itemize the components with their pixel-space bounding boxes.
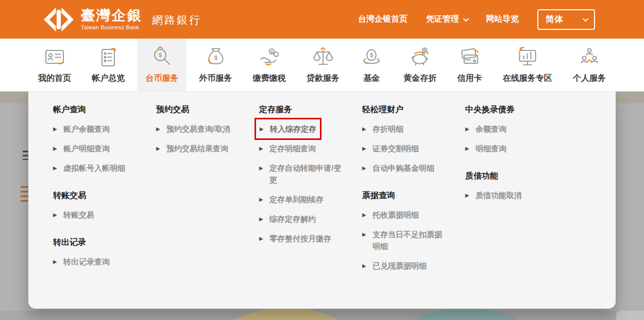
tab-online-services[interactable]: 在线服务专区 xyxy=(495,39,561,91)
triangle-icon: ▶ xyxy=(465,143,470,154)
menu-item[interactable]: ▶ 证券交割明细 xyxy=(362,143,419,154)
triangle-icon: ▶ xyxy=(53,209,58,221)
svg-text:$: $ xyxy=(370,52,373,58)
svg-text:$: $ xyxy=(159,52,162,58)
menu-item[interactable]: ▶ 转出记录查询 xyxy=(53,256,110,268)
menu-item[interactable]: ▶ 预约交易查询/取消 xyxy=(156,123,230,135)
triangle-icon: ▶ xyxy=(465,189,470,201)
brand-name-en: Taiwan Business Bank xyxy=(81,24,143,30)
menu-item[interactable]: ▶ 支存当日不足扣票据明细 xyxy=(362,228,449,252)
menu-group-title: 定存服务 xyxy=(259,104,362,115)
id-card-icon xyxy=(43,46,66,68)
menu-item-highlighted[interactable]: ▶ 转入综存定存 xyxy=(260,123,316,135)
tab-label: 基金 xyxy=(363,73,380,84)
tab-label: 帐户总览 xyxy=(92,73,125,84)
menu-item[interactable]: ▶ 存折明细 xyxy=(362,123,403,135)
menu-item[interactable]: ▶ 转账交易 xyxy=(53,209,94,221)
menu-item-label: 明细查询 xyxy=(476,143,506,154)
header-link-sitemap[interactable]: 网站导览 xyxy=(486,14,519,25)
menu-item[interactable]: ▶ 账户余额查询 xyxy=(53,123,110,135)
menu-item-label: 支存当日不足扣票据明细 xyxy=(372,228,449,252)
credit-card-icon xyxy=(459,46,481,68)
menu-column-central-bonds: 中央换录债券 ▶ 余额查询 ▶ 明细查询 质借功能 ▶ 质借功能取消 xyxy=(465,104,568,272)
menu-item[interactable]: ▶ 已兑现票据明细 xyxy=(362,260,427,272)
menu-item[interactable]: ▶ 余额查询 xyxy=(465,123,506,135)
header-link-label: 台湾企银首页 xyxy=(358,14,408,25)
language-selector[interactable]: 简体 xyxy=(537,9,595,30)
tab-label: 台币服务 xyxy=(145,73,178,84)
triangle-icon: ▶ xyxy=(259,193,264,205)
menu-item[interactable]: ▶ 明细查询 xyxy=(465,143,506,154)
menu-item-label: 综存定存解约 xyxy=(269,213,316,225)
header-link-home[interactable]: 台湾企银首页 xyxy=(358,14,408,25)
menu-group-title: 质借功能 xyxy=(465,170,568,182)
tab-label: 我的首页 xyxy=(38,73,71,84)
menu-column-account-inquiry: 帐户查询 ▶ 账户余额查询 ▶ 账户明细查询 ▶ 虚拟帐号入帐明细 转账交易 ▶ xyxy=(53,104,156,272)
triangle-icon: ▶ xyxy=(259,143,264,154)
menu-item[interactable]: ▶ 预约交易结果查询 xyxy=(156,143,228,154)
triangle-icon: ▶ xyxy=(362,162,367,174)
tab-label: 个人服务 xyxy=(573,73,606,84)
tab-twd-services[interactable]: $ 台币服务 xyxy=(137,39,187,91)
menu-group-title: 转出记录 xyxy=(53,237,156,248)
triangle-icon: ▶ xyxy=(259,213,264,225)
triangle-icon: ▶ xyxy=(465,123,470,135)
menu-item[interactable]: ▶ 定存单到期续存 xyxy=(259,193,324,205)
tab-account-overview[interactable]: 帐户总览 xyxy=(83,39,133,91)
triangle-icon: ▶ xyxy=(362,209,367,221)
menu-item[interactable]: ▶ 零存整付按月缴存 xyxy=(259,233,331,244)
menu-item-label: 定存明细查询 xyxy=(269,143,316,154)
menu-item[interactable]: ▶ 定存自动转期申请/变更 xyxy=(259,162,346,186)
menu-item-label: 余额查询 xyxy=(476,123,506,135)
bank-logo[interactable]: 臺灣企銀 Taiwan Business Bank 網路銀行 xyxy=(0,7,201,32)
menu-item[interactable]: ▶ 定存明细查询 xyxy=(259,143,316,154)
menu-item[interactable]: ▶ 托收票据明细 xyxy=(362,209,419,221)
tab-credit-card[interactable]: 信用卡 xyxy=(449,39,490,91)
triangle-icon: ▶ xyxy=(362,228,367,252)
tab-foreign-currency[interactable]: $ 外币服务 xyxy=(191,39,241,91)
tab-my-home[interactable]: 我的首页 xyxy=(30,39,79,91)
header-link-label: 网站导览 xyxy=(486,14,519,25)
bank-logo-icon xyxy=(44,7,74,32)
menu-group-title: 预约交易 xyxy=(156,104,259,115)
menu-item-label: 虚拟帐号入帐明细 xyxy=(63,162,125,174)
tab-pay-bills-taxes[interactable]: $ 缴费缴税 xyxy=(245,39,294,91)
menu-item-label: 已兑现票据明细 xyxy=(372,260,427,272)
menu-group-title: 转账交易 xyxy=(53,190,156,201)
tab-funds[interactable]: $ 基金 xyxy=(352,39,391,91)
menu-item-label: 定存单到期续存 xyxy=(269,193,324,205)
triangle-icon: ▶ xyxy=(362,123,367,135)
menu-columns: 帐户查询 ▶ 账户余额查询 ▶ 账户明细查询 ▶ 虚拟帐号入帐明细 转账交易 ▶ xyxy=(28,92,616,272)
piggy-bank-icon: $ xyxy=(409,46,431,68)
triangle-icon: ▶ xyxy=(259,233,264,244)
svg-text:$: $ xyxy=(423,48,426,53)
menu-item-label: 预约交易查询/取消 xyxy=(166,123,230,135)
menu-item[interactable]: ▶ 自动申购基金明细 xyxy=(362,162,434,174)
tab-loan-services[interactable]: 贷款服务 xyxy=(298,39,348,91)
tab-label: 信用卡 xyxy=(457,73,482,84)
menu-column-scheduled-transactions: 预约交易 ▶ 预约交易查询/取消 ▶ 预约交易结果查询 xyxy=(156,104,259,272)
tab-label: 黄金存折 xyxy=(403,73,436,84)
menu-item[interactable]: ▶ 账户明细查询 xyxy=(53,143,110,154)
menu-column-time-deposit: 定存服务 ▶ 转入综存定存 ▶ 定存明细查询 ▶ 定存自动转期申请/变更 ▶ 定… xyxy=(259,104,362,272)
main-nav: 我的首页 帐户总览 $ 台币服务 $ 外币服务 $ xyxy=(0,39,644,92)
monitor-chart-icon xyxy=(516,46,539,68)
background-bottom-band xyxy=(0,311,644,320)
language-selected-label: 简体 xyxy=(546,13,563,25)
tab-label: 外币服务 xyxy=(199,73,232,84)
menu-item[interactable]: ▶ 质借功能取消 xyxy=(465,189,522,201)
clipboard-icon xyxy=(97,46,120,68)
menu-item-label: 转账交易 xyxy=(63,209,94,221)
menu-item-label: 账户明细查询 xyxy=(63,143,110,154)
menu-item-label: 存折明细 xyxy=(372,123,403,135)
menu-item[interactable]: ▶ 虚拟帐号入帐明细 xyxy=(53,162,125,174)
tab-personal-services[interactable]: 个人服务 xyxy=(565,39,614,91)
menu-item-label: 质借功能取消 xyxy=(476,189,522,201)
menu-item-label: 定存自动转期申请/变更 xyxy=(269,162,346,186)
menu-item-label: 预约交易结果查询 xyxy=(166,143,228,154)
people-icon xyxy=(578,46,601,68)
product-name: 網路銀行 xyxy=(152,13,201,27)
header-link-certificate[interactable]: 凭证管理 xyxy=(426,14,467,25)
tab-gold-passbook[interactable]: $ 黄金存折 xyxy=(395,39,445,91)
menu-item[interactable]: ▶ 综存定存解约 xyxy=(259,213,316,225)
